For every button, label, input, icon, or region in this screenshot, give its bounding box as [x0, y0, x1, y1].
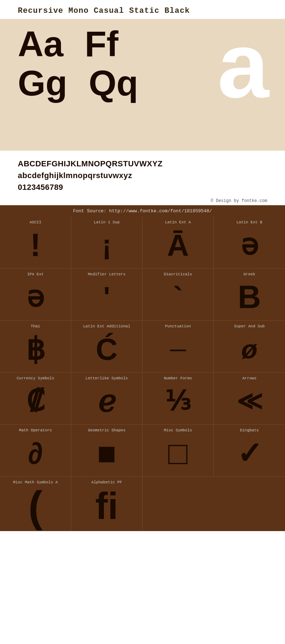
char-sym-letterlike: ℯ: [98, 383, 116, 419]
char-block-latin1sup: Latin 1 Sup ¡: [71, 217, 142, 269]
char-label-thai: Thai: [31, 324, 40, 328]
char-label-mathops: Math Operators: [19, 428, 52, 432]
letter-preview: Aa Ff a: [18, 26, 267, 62]
char-block-diacriticals: Diacriticals `: [142, 269, 214, 321]
letter-pair-ff: Ff: [85, 26, 118, 62]
char-label-modletters: Modifier Letters: [88, 272, 126, 276]
char-sym-latinextadd: Ć: [96, 331, 118, 367]
char-sym-miscmatha: (: [28, 487, 43, 526]
char-label-letterlike: Letterlike Symbols: [86, 376, 128, 380]
char-block-alphabeticpf: Alphabetic PF ﬁ: [71, 477, 142, 531]
char-sym-currency: ₡: [26, 383, 45, 419]
char-label-superandsub: Super And Sub: [234, 324, 265, 328]
char-label-geoshapes: Geometric Shapes: [88, 428, 126, 432]
char-label-alphabeticpf: Alphabetic PF: [92, 480, 122, 484]
char-sym-ascii: !: [30, 227, 41, 263]
char-block-miscsymbols: Misc Symbols □: [142, 425, 214, 477]
char-block-greek: Greek B: [214, 269, 285, 321]
char-grid: ASCII ! Latin 1 Sup ¡ Latin Ext A Ā Lati…: [0, 217, 285, 531]
char-block-miscmatha: Misc Math Symbols A (: [0, 477, 71, 531]
font-source: Font Source: http://www.fontke.com/font/…: [0, 205, 285, 217]
char-sym-geoshapes: ■: [97, 435, 116, 471]
char-label-punctuation: Punctuation: [165, 324, 191, 328]
letter-pair-aa: Aa: [18, 26, 63, 62]
char-label-miscsymbols: Misc Symbols: [164, 428, 192, 432]
char-sym-miscsymbols: □: [168, 435, 187, 471]
digits: 0123456789: [18, 181, 267, 193]
char-block-ascii: ASCII !: [0, 217, 71, 269]
char-block-ipaext: IPA Ext ə: [0, 269, 71, 321]
letter-A: Aa: [18, 26, 63, 62]
char-label-numberforms: Number Forms: [164, 376, 192, 380]
preview-area: Aa Ff a Gg Qq: [0, 19, 285, 151]
char-label-diacriticals: Diacriticals: [164, 272, 192, 276]
lowercase-alphabet: abcdefghijklmnopqrstuvwxyz: [18, 170, 267, 181]
char-block-letterlike: Letterlike Symbols ℯ: [71, 373, 142, 425]
char-block-modletters: Modifier Letters ': [71, 269, 142, 321]
char-sym-dingbats: ✓: [237, 435, 262, 471]
char-block-thai: Thai ฿: [0, 321, 71, 373]
char-block-latinextadd: Latin Ext Additional Ć: [71, 321, 142, 373]
char-label-greek: Greek: [243, 272, 255, 276]
char-block-empty2: [214, 477, 285, 531]
letter-pair-gg: Gg: [18, 65, 67, 101]
char-block-latinextb: Latin Ext B ə: [214, 217, 285, 269]
letter-Q: Qq: [89, 65, 138, 101]
char-label-ascii: ASCII: [30, 220, 41, 224]
char-label-ipaext: IPA Ext: [27, 272, 43, 276]
letter-pair-qq: Qq: [89, 65, 138, 101]
char-sym-punctuation: —: [170, 331, 186, 367]
char-label-latin1sup: Latin 1 Sup: [94, 220, 120, 224]
letter-preview-2: Gg Qq: [18, 65, 267, 101]
alphabet-section: ABCDEFGHIJKLMNOPQRSTUVWXYZ abcdefghijklm…: [0, 151, 285, 197]
letter-F: Ff: [85, 26, 118, 62]
char-label-arrows: Arrows: [242, 376, 256, 380]
char-block-mathops: Math Operators ∂: [0, 425, 71, 477]
char-block-punctuation: Punctuation —: [142, 321, 214, 373]
char-sym-latinextb: ə: [241, 227, 258, 263]
char-label-dingbats: Dingbats: [240, 428, 259, 432]
char-sym-arrows: ≪: [237, 383, 263, 419]
char-sym-thai: ฿: [26, 331, 45, 367]
char-sym-diacriticals: `: [173, 279, 183, 315]
char-sym-latin1sup: ¡: [102, 227, 112, 263]
char-block-latinexta: Latin Ext A Ā: [142, 217, 214, 269]
char-block-currency: Currency Symbols ₡: [0, 373, 71, 425]
char-block-empty1: [142, 477, 214, 531]
dark-section: Font Source: http://www.fontke.com/font/…: [0, 205, 285, 531]
char-block-superandsub: Super And Sub ø: [214, 321, 285, 373]
char-block-dingbats: Dingbats ✓: [214, 425, 285, 477]
char-block-geoshapes: Geometric Shapes ■: [71, 425, 142, 477]
char-sym-greek: B: [238, 279, 261, 315]
char-sym-modletters: ': [103, 279, 110, 315]
char-sym-alphabeticpf: ﬁ: [95, 487, 118, 525]
uppercase-alphabet: ABCDEFGHIJKLMNOPQRSTUVWXYZ: [18, 158, 267, 170]
char-label-latinexta: Latin Ext A: [165, 220, 191, 224]
char-sym-ipaext: ə: [27, 279, 44, 315]
char-label-currency: Currency Symbols: [17, 376, 55, 380]
char-block-numberforms: Number Forms ⅓: [142, 373, 214, 425]
char-label-latinextadd: Latin Ext Additional: [83, 324, 130, 328]
char-label-latinextb: Latin Ext B: [237, 220, 263, 224]
char-sym-superandsub: ø: [241, 331, 258, 367]
char-block-arrows: Arrows ≪: [214, 373, 285, 425]
copyright: © Design by fontke.com: [0, 197, 285, 205]
letter-G: Gg: [18, 65, 67, 101]
char-sym-latinexta: Ā: [167, 227, 189, 263]
char-sym-mathops: ∂: [28, 435, 43, 471]
char-sym-numberforms: ⅓: [165, 383, 191, 419]
